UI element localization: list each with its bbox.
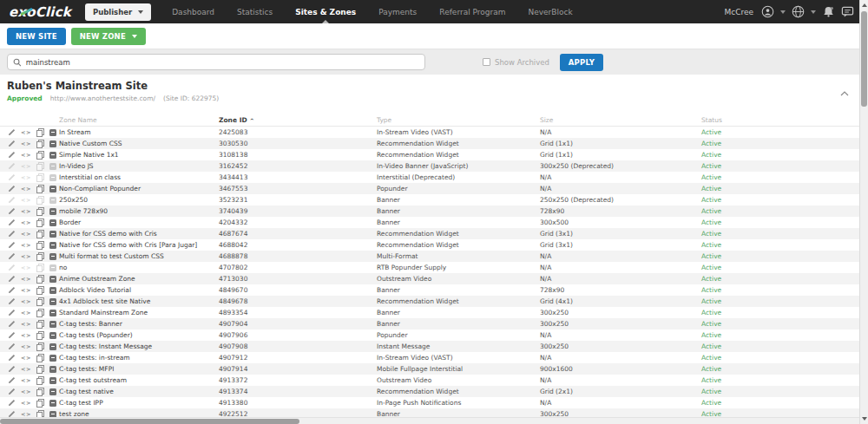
user-menu-chevron-icon[interactable] <box>780 10 786 14</box>
edit-zone-icon[interactable] <box>8 252 16 260</box>
zone-name[interactable]: Native for CSS demo with Cris [Para Juga… <box>59 241 219 249</box>
edit-zone-icon[interactable] <box>8 140 16 147</box>
copy-zone-icon[interactable] <box>36 365 44 374</box>
header-zone-name[interactable]: Zone Name <box>59 116 219 124</box>
edit-zone-icon[interactable] <box>8 151 16 159</box>
archive-zone-icon[interactable] <box>49 186 56 192</box>
publisher-role-dropdown[interactable]: Publisher <box>85 3 151 21</box>
edit-zone-icon[interactable] <box>8 399 16 407</box>
search-box[interactable] <box>7 54 425 70</box>
copy-zone-icon[interactable] <box>36 297 44 306</box>
zone-code-icon[interactable]: <> <box>21 231 31 238</box>
zone-code-icon[interactable]: <> <box>21 388 31 395</box>
copy-zone-icon[interactable] <box>36 309 44 317</box>
new-zone-button[interactable]: NEW ZONE <box>71 28 146 45</box>
archive-zone-icon[interactable] <box>49 197 56 204</box>
archive-zone-icon[interactable] <box>49 343 56 350</box>
horizontal-scrollbar-thumb[interactable] <box>0 419 299 424</box>
edit-zone-icon[interactable] <box>8 275 16 283</box>
edit-zone-icon[interactable] <box>8 342 16 350</box>
zone-name[interactable]: Standard Mainstream Zone <box>59 309 219 316</box>
vertical-scrollbar[interactable] <box>859 0 868 424</box>
zone-code-icon[interactable]: <> <box>21 332 31 339</box>
zone-code-icon[interactable]: <> <box>21 400 31 407</box>
edit-zone-icon[interactable] <box>8 264 16 271</box>
copy-zone-icon[interactable] <box>36 185 44 193</box>
archive-zone-icon[interactable] <box>49 242 56 249</box>
edit-zone-icon[interactable] <box>8 207 16 215</box>
zone-code-icon[interactable]: <> <box>21 355 31 362</box>
archive-zone-icon[interactable] <box>49 388 56 395</box>
archive-zone-icon[interactable] <box>49 287 56 294</box>
zone-name[interactable]: Adblock Video Tutorial <box>59 286 219 294</box>
archive-zone-icon[interactable] <box>49 129 56 136</box>
copy-zone-icon[interactable] <box>36 151 44 160</box>
nav-item-payments[interactable]: Payments <box>378 0 417 23</box>
zone-name[interactable]: Multi format to test Custom CSS <box>59 252 219 260</box>
nav-item-dashboard[interactable]: Dashboard <box>172 0 214 23</box>
zone-code-icon[interactable]: <> <box>21 298 31 305</box>
archive-zone-icon[interactable] <box>49 152 56 159</box>
copy-zone-icon[interactable] <box>36 275 44 284</box>
zone-name[interactable]: mobile 728x90 <box>59 207 219 215</box>
show-archived-checkbox[interactable] <box>483 58 490 66</box>
copy-zone-icon[interactable] <box>36 264 44 272</box>
edit-zone-icon[interactable] <box>8 162 16 170</box>
zone-name[interactable]: In-Video JS <box>59 162 219 170</box>
zone-name[interactable]: C-tag test IPP <box>59 399 219 407</box>
archive-zone-icon[interactable] <box>49 332 56 339</box>
zone-name[interactable]: Native for CSS demo with Cris <box>59 230 219 238</box>
archive-zone-icon[interactable] <box>49 377 56 384</box>
copy-zone-icon[interactable] <box>36 241 44 250</box>
archive-zone-icon[interactable] <box>49 310 56 316</box>
archive-zone-icon[interactable] <box>49 174 56 181</box>
archive-zone-icon[interactable] <box>49 298 56 305</box>
zone-code-icon[interactable]: <> <box>21 276 31 283</box>
zone-code-icon[interactable]: <> <box>21 174 31 181</box>
collapse-site-chevron-icon[interactable] <box>840 83 849 100</box>
edit-zone-icon[interactable] <box>8 365 16 373</box>
archive-zone-icon[interactable] <box>49 253 56 260</box>
zone-name[interactable]: Anime Outstream Zone <box>59 275 219 283</box>
zone-code-icon[interactable]: <> <box>21 242 31 249</box>
edit-zone-icon[interactable] <box>8 354 16 362</box>
zone-code-icon[interactable]: <> <box>21 287 31 294</box>
edit-zone-icon[interactable] <box>8 173 16 181</box>
copy-zone-icon[interactable] <box>36 286 44 295</box>
zone-code-icon[interactable]: <> <box>21 343 31 350</box>
header-type[interactable]: Type <box>377 116 540 124</box>
user-avatar-icon[interactable] <box>761 5 774 18</box>
copy-zone-icon[interactable] <box>36 399 44 408</box>
header-zone-id[interactable]: Zone ID^ <box>219 116 377 124</box>
archive-zone-icon[interactable] <box>49 264 56 271</box>
zone-code-icon[interactable]: <> <box>21 163 31 170</box>
edit-zone-icon[interactable] <box>8 219 16 226</box>
edit-zone-icon[interactable] <box>8 388 16 395</box>
edit-zone-icon[interactable] <box>8 185 16 192</box>
zone-name[interactable]: C-tag tests: Banner <box>59 320 219 328</box>
zone-code-icon[interactable]: <> <box>21 377 31 384</box>
copy-zone-icon[interactable] <box>36 376 44 385</box>
archive-zone-icon[interactable] <box>49 400 56 407</box>
copy-zone-icon[interactable] <box>36 196 44 205</box>
scroll-down-arrow-icon[interactable] <box>862 417 867 421</box>
zone-name[interactable]: no <box>59 264 219 271</box>
zone-name[interactable]: C-tag tests: MFPI <box>59 365 219 373</box>
zone-code-icon[interactable]: <> <box>21 208 31 215</box>
archive-zone-icon[interactable] <box>49 231 56 238</box>
zone-code-icon[interactable]: <> <box>21 321 31 328</box>
zone-name[interactable]: In Stream <box>59 128 219 136</box>
copy-zone-icon[interactable] <box>36 128 44 137</box>
edit-zone-icon[interactable] <box>8 196 16 204</box>
copy-zone-icon[interactable] <box>36 354 44 362</box>
zone-code-icon[interactable]: <> <box>21 264 31 271</box>
horizontal-scrollbar[interactable] <box>0 417 859 424</box>
zone-code-icon[interactable]: <> <box>21 197 31 204</box>
scroll-up-arrow-icon[interactable] <box>862 3 867 7</box>
archive-zone-icon[interactable] <box>49 321 56 328</box>
zone-name[interactable]: Non-Compliant Popunder <box>59 185 219 192</box>
copy-zone-icon[interactable] <box>36 252 44 261</box>
edit-zone-icon[interactable] <box>8 241 16 249</box>
edit-zone-icon[interactable] <box>8 331 16 339</box>
vertical-scrollbar-thumb[interactable] <box>861 11 867 107</box>
